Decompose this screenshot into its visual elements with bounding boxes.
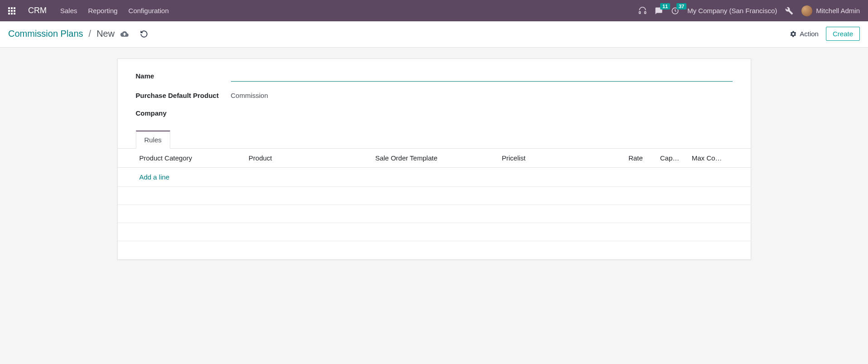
label-name: Name (136, 72, 231, 80)
table-row-empty (118, 187, 751, 205)
control-panel-right: Action Create (790, 27, 860, 41)
navbar: CRM Sales Reporting Configuration 11 37 … (0, 0, 868, 21)
add-line-button[interactable]: Add a line (139, 173, 170, 181)
label-company: Company (136, 109, 231, 117)
debug-icon[interactable] (785, 7, 793, 15)
col-product[interactable]: Product (244, 149, 371, 168)
action-dropdown[interactable]: Action (790, 30, 819, 38)
gear-icon (790, 30, 797, 38)
avatar (801, 5, 812, 16)
col-rate[interactable]: Rate (624, 149, 656, 168)
col-pricelist[interactable]: Pricelist (497, 149, 624, 168)
input-name[interactable] (231, 70, 733, 82)
messages-icon[interactable]: 11 (655, 7, 663, 15)
breadcrumb-current: New (96, 29, 115, 39)
col-max-commission[interactable]: Max Co… (687, 149, 751, 168)
cloud-save-icon[interactable] (120, 30, 129, 38)
content: Name Purchase Default Product Commission… (0, 48, 868, 278)
navbar-left: CRM Sales Reporting Configuration (8, 6, 169, 15)
tab-rules[interactable]: Rules (136, 131, 170, 149)
tabs: Rules Product Category (136, 131, 733, 241)
row-purchase-default-product: Purchase Default Product Commission (136, 90, 733, 101)
app-brand[interactable]: CRM (28, 6, 47, 15)
svg-rect-1 (644, 11, 646, 14)
rules-table: Product Category Product Sale Order Temp… (118, 149, 751, 241)
breadcrumb: Commission Plans / New (8, 29, 148, 39)
svg-rect-0 (639, 11, 640, 14)
apps-icon[interactable] (8, 7, 15, 15)
nav-menu: Sales Reporting Configuration (60, 7, 169, 15)
value-company[interactable] (231, 112, 733, 115)
control-panel: Commission Plans / New Action Create (0, 21, 868, 48)
action-label: Action (800, 30, 819, 38)
discard-icon[interactable] (140, 30, 148, 38)
rules-table-wrap: Product Category Product Sale Order Temp… (118, 149, 751, 241)
col-sale-order-template[interactable]: Sale Order Template (371, 149, 498, 168)
table-row-empty (118, 223, 751, 241)
col-product-category[interactable]: Product Category (118, 149, 245, 168)
table-row-add: Add a line (118, 168, 751, 187)
nav-sales[interactable]: Sales (60, 7, 77, 15)
activities-badge: 37 (676, 3, 686, 10)
col-capped[interactable]: Cap… (656, 149, 687, 168)
table-row-empty (118, 205, 751, 223)
voip-icon[interactable] (638, 7, 647, 15)
row-company: Company (136, 109, 733, 117)
tab-list: Rules (118, 131, 751, 149)
create-button[interactable]: Create (826, 27, 860, 41)
user-menu[interactable]: Mitchell Admin (801, 5, 860, 16)
breadcrumb-parent[interactable]: Commission Plans (8, 29, 83, 39)
value-purchase-default-product[interactable]: Commission (231, 90, 733, 101)
messages-badge: 11 (660, 3, 670, 10)
company-switcher[interactable]: My Company (San Francisco) (687, 7, 777, 15)
nav-configuration[interactable]: Configuration (129, 7, 169, 15)
user-name: Mitchell Admin (816, 7, 860, 15)
form-sheet: Name Purchase Default Product Commission… (117, 58, 751, 260)
label-purchase-default-product: Purchase Default Product (136, 92, 231, 99)
navbar-right: 11 37 My Company (San Francisco) Mitchel… (638, 5, 860, 16)
row-name: Name (136, 70, 733, 82)
activities-icon[interactable]: 37 (671, 7, 679, 15)
breadcrumb-sep: / (89, 29, 91, 39)
nav-reporting[interactable]: Reporting (88, 7, 118, 15)
